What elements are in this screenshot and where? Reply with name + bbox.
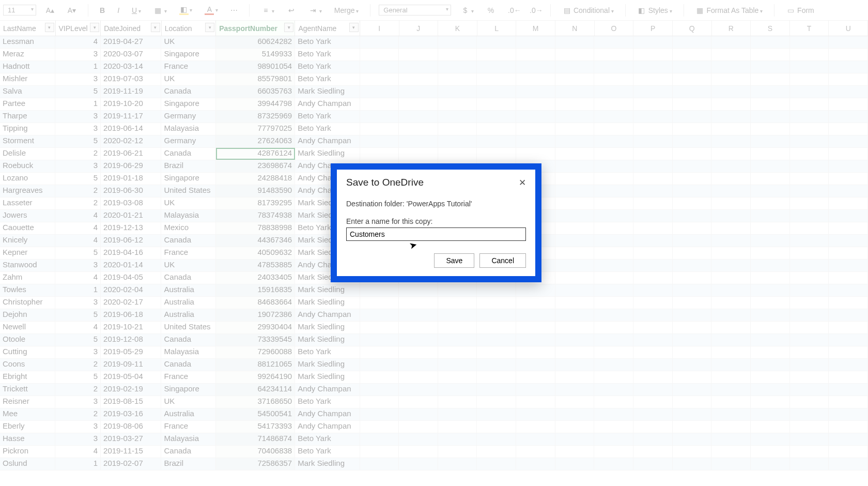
- empty-cell[interactable]: [360, 433, 399, 445]
- empty-cell[interactable]: [555, 359, 595, 371]
- empty-cell[interactable]: [438, 297, 477, 309]
- empty-cell[interactable]: [555, 210, 595, 222]
- header-location[interactable]: Location▾: [162, 21, 216, 36]
- empty-cell[interactable]: [673, 309, 712, 321]
- table-row[interactable]: Trickett22019-02-19Singapore64234114Andy…: [0, 384, 868, 396]
- empty-cell[interactable]: [555, 198, 595, 209]
- empty-cell[interactable]: [399, 73, 438, 85]
- empty-cell[interactable]: [790, 135, 829, 147]
- empty-cell[interactable]: [829, 371, 868, 383]
- cell-passport-number[interactable]: 88121065: [216, 359, 295, 371]
- empty-cell[interactable]: [399, 433, 438, 445]
- empty-cell[interactable]: [673, 222, 712, 234]
- col-header-K[interactable]: K: [438, 21, 477, 36]
- empty-cell[interactable]: [751, 396, 790, 408]
- cell-date-joined[interactable]: 2019-05-29: [101, 346, 161, 358]
- cell-date-joined[interactable]: 2019-12-13: [101, 222, 161, 234]
- cell-location[interactable]: UK: [161, 260, 215, 271]
- empty-cell[interactable]: [751, 198, 790, 209]
- empty-cell[interactable]: [360, 334, 399, 346]
- empty-cell[interactable]: [555, 408, 595, 420]
- empty-cell[interactable]: [555, 160, 595, 172]
- cell-date-joined[interactable]: 2019-11-19: [101, 86, 161, 98]
- cell-last-name[interactable]: Newell: [0, 322, 55, 333]
- table-row[interactable]: Christopher32020-02-17Australia84683664M…: [0, 297, 868, 309]
- cell-date-joined[interactable]: 2019-05-04: [101, 371, 161, 383]
- cell-location[interactable]: France: [161, 61, 215, 73]
- cell-last-name[interactable]: Coons: [0, 359, 55, 371]
- cell-date-joined[interactable]: 2019-03-08: [101, 198, 161, 209]
- empty-cell[interactable]: [399, 135, 438, 147]
- cell-vip-level[interactable]: 1: [55, 284, 101, 296]
- empty-cell[interactable]: [751, 334, 790, 346]
- increase-decimal-button[interactable]: .0←: [505, 5, 520, 16]
- empty-cell[interactable]: [477, 86, 516, 98]
- empty-cell[interactable]: [711, 433, 751, 445]
- empty-cell[interactable]: [711, 309, 751, 321]
- empty-cell[interactable]: [633, 421, 673, 433]
- cell-last-name[interactable]: Hasse: [0, 433, 55, 445]
- empty-cell[interactable]: [673, 260, 712, 271]
- cell-location[interactable]: Singapore: [161, 384, 215, 396]
- empty-cell[interactable]: [711, 160, 751, 172]
- cell-location[interactable]: Australia: [161, 408, 215, 420]
- col-header-M[interactable]: M: [516, 21, 555, 36]
- empty-cell[interactable]: [673, 359, 712, 371]
- cell-date-joined[interactable]: 2019-03-16: [101, 408, 161, 420]
- empty-cell[interactable]: [829, 86, 868, 98]
- empty-cell[interactable]: [477, 49, 516, 60]
- header-datejoined[interactable]: DateJoined▾: [101, 21, 161, 36]
- empty-cell[interactable]: [711, 247, 751, 259]
- empty-cell[interactable]: [751, 173, 790, 185]
- empty-cell[interactable]: [673, 446, 712, 458]
- empty-cell[interactable]: [711, 322, 751, 333]
- cell-vip-level[interactable]: 1: [55, 98, 101, 110]
- empty-cell[interactable]: [673, 247, 712, 259]
- empty-cell[interactable]: [829, 36, 868, 48]
- table-row[interactable]: Reisner32019-08-15UK37168650Beto Yark: [0, 396, 868, 408]
- empty-cell[interactable]: [829, 148, 868, 160]
- empty-cell[interactable]: [829, 384, 868, 396]
- cell-agent-name[interactable]: Mark Siedling: [295, 86, 360, 98]
- empty-cell[interactable]: [555, 260, 595, 271]
- empty-cell[interactable]: [711, 36, 751, 48]
- empty-cell[interactable]: [438, 49, 477, 60]
- empty-cell[interactable]: [555, 384, 595, 396]
- table-row[interactable]: Mishler32019-07-03UK85579801Beto Yark: [0, 73, 868, 86]
- empty-cell[interactable]: [711, 235, 751, 247]
- cell-date-joined[interactable]: 2019-06-30: [101, 185, 161, 197]
- empty-cell[interactable]: [594, 185, 633, 197]
- empty-cell[interactable]: [477, 148, 516, 160]
- cell-last-name[interactable]: Tipping: [0, 123, 55, 135]
- empty-cell[interactable]: [360, 421, 399, 433]
- cell-date-joined[interactable]: 2019-04-16: [101, 247, 161, 259]
- cell-vip-level[interactable]: 3: [55, 123, 101, 135]
- empty-cell[interactable]: [360, 297, 399, 309]
- cell-last-name[interactable]: Tharpe: [0, 111, 55, 123]
- empty-cell[interactable]: [829, 185, 868, 197]
- empty-cell[interactable]: [399, 284, 438, 296]
- cell-date-joined[interactable]: 2019-01-18: [101, 173, 161, 185]
- grow-font-button[interactable]: A▴: [42, 5, 58, 16]
- cell-passport-number[interactable]: 91483590: [216, 185, 295, 197]
- cell-vip-level[interactable]: 3: [55, 260, 101, 271]
- empty-cell[interactable]: [555, 247, 595, 259]
- empty-cell[interactable]: [673, 371, 712, 383]
- empty-cell[interactable]: [790, 222, 829, 234]
- empty-cell[interactable]: [829, 260, 868, 271]
- empty-cell[interactable]: [633, 297, 673, 309]
- table-row[interactable]: Lessman42019-04-27UK60624282Beto Yark: [0, 36, 868, 49]
- empty-cell[interactable]: [711, 446, 751, 458]
- cell-vip-level[interactable]: 5: [55, 86, 101, 98]
- empty-cell[interactable]: [673, 272, 712, 284]
- cell-passport-number[interactable]: 47853885: [216, 260, 295, 271]
- empty-cell[interactable]: [555, 123, 595, 135]
- cell-date-joined[interactable]: 2020-03-14: [101, 61, 161, 73]
- empty-cell[interactable]: [633, 334, 673, 346]
- empty-cell[interactable]: [399, 309, 438, 321]
- empty-cell[interactable]: [477, 73, 516, 85]
- cell-agent-name[interactable]: Beto Yark: [295, 346, 360, 358]
- cell-passport-number[interactable]: 19072386: [216, 309, 295, 321]
- cell-date-joined[interactable]: 2020-02-17: [101, 297, 161, 309]
- cell-last-name[interactable]: Zahm: [0, 272, 55, 284]
